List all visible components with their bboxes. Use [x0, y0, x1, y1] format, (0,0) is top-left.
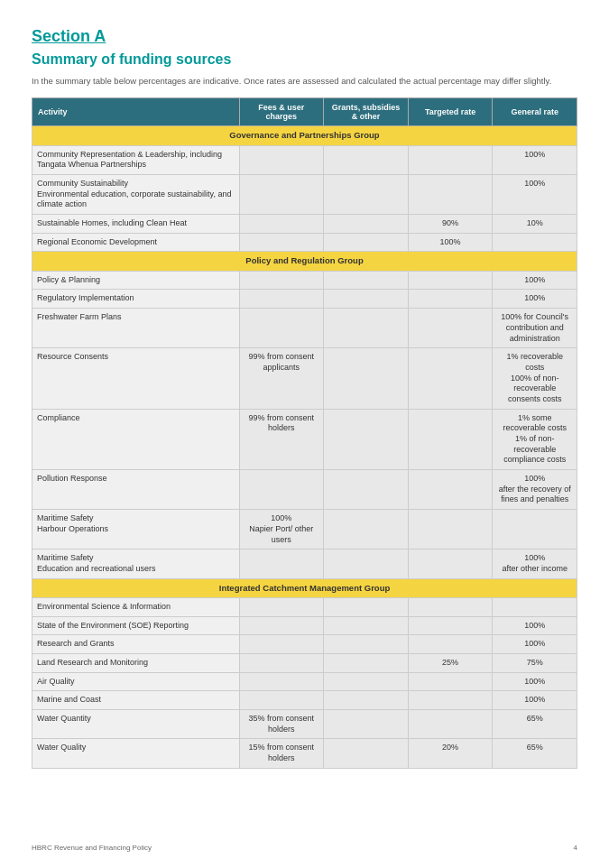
col-header-2: Grants, subsidies & other: [324, 98, 409, 126]
value-cell: [408, 409, 493, 469]
value-cell: [408, 510, 493, 549]
table-row: Community Representation & Leadership, i…: [32, 145, 577, 174]
value-cell: [408, 710, 493, 739]
value-cell: [239, 175, 324, 215]
activity-cell: State of the Environment (SOE) Reporting: [32, 616, 240, 635]
value-cell: 100%: [493, 672, 577, 691]
footer-left: HBRC Revenue and Financing Policy: [32, 844, 152, 852]
group-header: Integrated Catchment Management Group: [32, 578, 577, 597]
value-cell: [239, 215, 324, 234]
value-cell: [324, 175, 409, 215]
activity-cell: Air Quality: [32, 672, 240, 691]
value-cell: [239, 691, 324, 710]
col-header-3: Targeted rate: [408, 98, 493, 126]
value-cell: 100%: [493, 290, 577, 309]
table-row: Regulatory Implementation100%: [32, 290, 577, 309]
value-cell: [324, 510, 409, 549]
activity-cell: Marine and Coast: [32, 691, 240, 710]
value-cell: [239, 271, 324, 290]
value-cell: [408, 290, 493, 309]
funding-table: ActivityFees & user chargesGrants, subsi…: [32, 97, 577, 769]
activity-cell: Policy & Planning: [32, 271, 240, 290]
value-cell: 10%: [493, 215, 577, 234]
value-cell: [408, 597, 493, 616]
value-cell: [324, 215, 409, 234]
value-cell: 65%: [493, 739, 577, 768]
value-cell: 100%: [493, 635, 577, 654]
value-cell: 100% after other income: [493, 549, 577, 578]
footer-right: 4: [574, 844, 577, 852]
value-cell: [239, 470, 324, 510]
activity-cell: Regulatory Implementation: [32, 290, 240, 309]
value-cell: 15% from consent holders: [239, 739, 324, 768]
table-row: Research and Grants100%: [32, 635, 577, 654]
table-row: Pollution Response100% after the recover…: [32, 470, 577, 510]
value-cell: [408, 635, 493, 654]
value-cell: [239, 145, 324, 174]
value-cell: [408, 175, 493, 215]
value-cell: [239, 290, 324, 309]
table-row: Community Sustainability Environmental e…: [32, 175, 577, 215]
table-row: Freshwater Farm Plans100% for Council's …: [32, 309, 577, 348]
value-cell: 100%: [493, 691, 577, 710]
value-cell: [324, 271, 409, 290]
activity-cell: Compliance: [32, 409, 240, 469]
group-header: Policy and Regulation Group: [32, 252, 577, 271]
col-header-1: Fees & user charges: [239, 98, 324, 126]
table-row: Compliance99% from consent holders1% som…: [32, 409, 577, 469]
value-cell: 100%: [408, 233, 493, 252]
value-cell: 99% from consent holders: [239, 409, 324, 469]
value-cell: [324, 654, 409, 673]
activity-cell: Community Sustainability Environmental e…: [32, 175, 240, 215]
page-subtitle: Summary of funding sources: [32, 51, 577, 68]
table-row: Regional Economic Development100%: [32, 233, 577, 252]
value-cell: [408, 691, 493, 710]
col-header-4: General rate: [493, 98, 577, 126]
value-cell: [239, 635, 324, 654]
value-cell: [408, 549, 493, 578]
value-cell: [408, 271, 493, 290]
value-cell: 65%: [493, 710, 577, 739]
value-cell: [408, 470, 493, 510]
value-cell: [324, 710, 409, 739]
value-cell: [324, 145, 409, 174]
value-cell: [324, 691, 409, 710]
value-cell: [239, 309, 324, 348]
value-cell: 100% Napier Port/ other users: [239, 510, 324, 549]
value-cell: [493, 510, 577, 549]
value-cell: [239, 597, 324, 616]
value-cell: 25%: [408, 654, 493, 673]
value-cell: [324, 409, 409, 469]
activity-cell: Freshwater Farm Plans: [32, 309, 240, 348]
value-cell: [408, 616, 493, 635]
value-cell: 100% after the recovery of fines and pen…: [493, 470, 577, 510]
value-cell: [324, 549, 409, 578]
value-cell: 20%: [408, 739, 493, 768]
col-header-0: Activity: [32, 98, 240, 126]
table-row: State of the Environment (SOE) Reporting…: [32, 616, 577, 635]
value-cell: [324, 348, 409, 409]
table-row: Air Quality100%: [32, 672, 577, 691]
activity-cell: Sustainable Homes, including Clean Heat: [32, 215, 240, 234]
value-cell: [324, 309, 409, 348]
table-row: Resource Consents99% from consent applic…: [32, 348, 577, 409]
table-row: Sustainable Homes, including Clean Heat9…: [32, 215, 577, 234]
footer: HBRC Revenue and Financing Policy 4: [32, 844, 577, 852]
value-cell: [324, 233, 409, 252]
value-cell: [408, 145, 493, 174]
value-cell: [324, 635, 409, 654]
group-header: Governance and Partnerships Group: [32, 126, 577, 145]
value-cell: [408, 309, 493, 348]
value-cell: [408, 672, 493, 691]
value-cell: [239, 616, 324, 635]
activity-cell: Community Representation & Leadership, i…: [32, 145, 240, 174]
table-row: Water Quality15% from consent holders20%…: [32, 739, 577, 768]
value-cell: 99% from consent applicants: [239, 348, 324, 409]
value-cell: [239, 549, 324, 578]
value-cell: 100%: [493, 175, 577, 215]
table-row: Marine and Coast100%: [32, 691, 577, 710]
value-cell: 100%: [493, 616, 577, 635]
value-cell: [324, 470, 409, 510]
activity-cell: Water Quality: [32, 739, 240, 768]
activity-cell: Land Research and Monitoring: [32, 654, 240, 673]
